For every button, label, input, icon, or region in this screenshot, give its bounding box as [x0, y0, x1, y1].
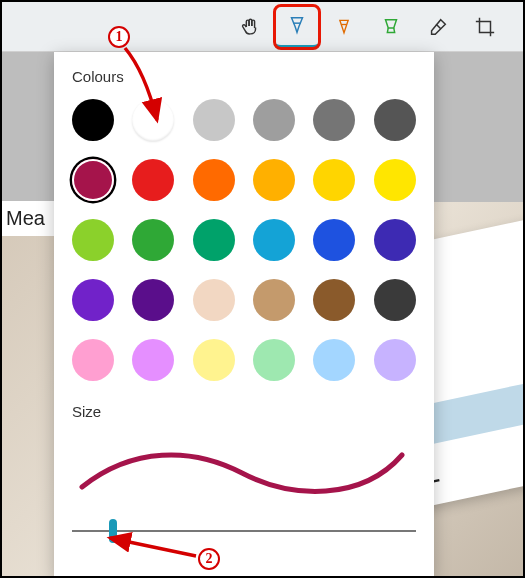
- color-swatch[interactable]: [132, 99, 174, 141]
- color-swatch[interactable]: [253, 339, 295, 381]
- color-swatch[interactable]: [253, 159, 295, 201]
- color-swatch[interactable]: [132, 339, 174, 381]
- annotation-toolbar: [2, 2, 523, 52]
- color-swatch[interactable]: [193, 159, 235, 201]
- color-swatch[interactable]: [253, 279, 295, 321]
- color-swatch[interactable]: [193, 339, 235, 381]
- color-swatch[interactable]: [313, 159, 355, 201]
- color-swatch[interactable]: [72, 99, 114, 141]
- color-swatch[interactable]: [313, 99, 355, 141]
- color-swatch[interactable]: [72, 279, 114, 321]
- color-swatch[interactable]: [132, 219, 174, 261]
- highlighter-tool[interactable]: [369, 6, 413, 48]
- page-label: Mea: [2, 201, 55, 236]
- color-swatch[interactable]: [374, 99, 416, 141]
- color-swatch[interactable]: [132, 159, 174, 201]
- color-grid: [72, 99, 416, 381]
- color-swatch[interactable]: [313, 339, 355, 381]
- color-swatch[interactable]: [193, 279, 235, 321]
- slider-thumb[interactable]: [109, 519, 117, 543]
- color-swatch[interactable]: [193, 219, 235, 261]
- color-swatch[interactable]: [72, 159, 114, 201]
- color-swatch[interactable]: [193, 99, 235, 141]
- size-slider[interactable]: [72, 516, 416, 546]
- pen-tool[interactable]: [275, 6, 319, 48]
- color-swatch[interactable]: [313, 279, 355, 321]
- size-preview: [72, 434, 416, 504]
- color-swatch[interactable]: [253, 99, 295, 141]
- color-swatch[interactable]: [72, 219, 114, 261]
- color-swatch[interactable]: [313, 219, 355, 261]
- colors-title: Colours: [72, 68, 416, 85]
- color-swatch[interactable]: [374, 159, 416, 201]
- color-swatch[interactable]: [374, 279, 416, 321]
- crop-tool[interactable]: [463, 6, 507, 48]
- hand-tool[interactable]: [228, 6, 272, 48]
- color-size-popup: Colours Size: [54, 52, 434, 578]
- color-swatch[interactable]: [374, 219, 416, 261]
- color-swatch[interactable]: [374, 339, 416, 381]
- size-title: Size: [72, 403, 416, 420]
- color-swatch[interactable]: [132, 279, 174, 321]
- slider-track: [72, 530, 416, 532]
- color-swatch[interactable]: [253, 219, 295, 261]
- color-swatch[interactable]: [72, 339, 114, 381]
- eraser-tool[interactable]: [416, 6, 460, 48]
- pencil-tool[interactable]: [322, 6, 366, 48]
